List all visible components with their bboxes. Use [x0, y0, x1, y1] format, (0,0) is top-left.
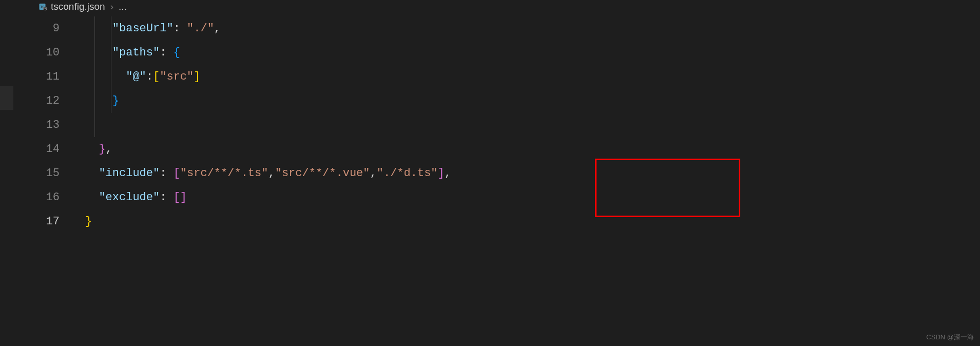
code-line: }, — [85, 137, 980, 161]
code-line: "exclude": [] — [85, 185, 980, 209]
line-number: 12 — [13, 89, 60, 113]
line-marker — [0, 86, 13, 110]
breadcrumb-trail[interactable]: ... — [119, 1, 127, 12]
code-content[interactable]: "baseUrl": "./", "paths": { "@":["src"] … — [75, 16, 980, 345]
code-line: } — [85, 209, 980, 234]
line-number: 11 — [13, 65, 60, 89]
typescript-config-icon: TS — [39, 2, 48, 11]
line-number: 9 — [13, 16, 60, 41]
breadcrumb-filename[interactable]: tsconfig.json — [51, 1, 105, 12]
watermark: CSDN @深一海 — [926, 333, 974, 342]
code-line: } — [85, 89, 980, 113]
code-line: "baseUrl": "./", — [85, 16, 980, 41]
indent-guide — [94, 16, 95, 137]
line-number: 10 — [13, 41, 60, 65]
line-number: 16 — [13, 185, 60, 209]
indent-guide — [111, 16, 111, 113]
breadcrumb[interactable]: TS tsconfig.json › ... — [0, 0, 980, 16]
code-line: "paths": { — [85, 41, 980, 65]
breadcrumb-separator-icon: › — [110, 1, 113, 12]
code-line: "@":["src"] — [85, 65, 980, 89]
line-number: 13 — [13, 113, 60, 137]
svg-point-4 — [45, 8, 46, 9]
line-number: 14 — [13, 137, 60, 161]
code-line — [85, 113, 980, 137]
code-line: "include": ["src/**/*.ts","src/**/*.vue"… — [85, 161, 980, 185]
line-number: 15 — [13, 161, 60, 185]
line-number: 17 — [13, 209, 60, 234]
code-editor[interactable]: 9 10 11 12 13 14 15 16 17 "baseUrl": "./… — [0, 16, 980, 345]
line-number-gutter: 9 10 11 12 13 14 15 16 17 — [13, 16, 75, 345]
activity-strip — [0, 16, 13, 345]
